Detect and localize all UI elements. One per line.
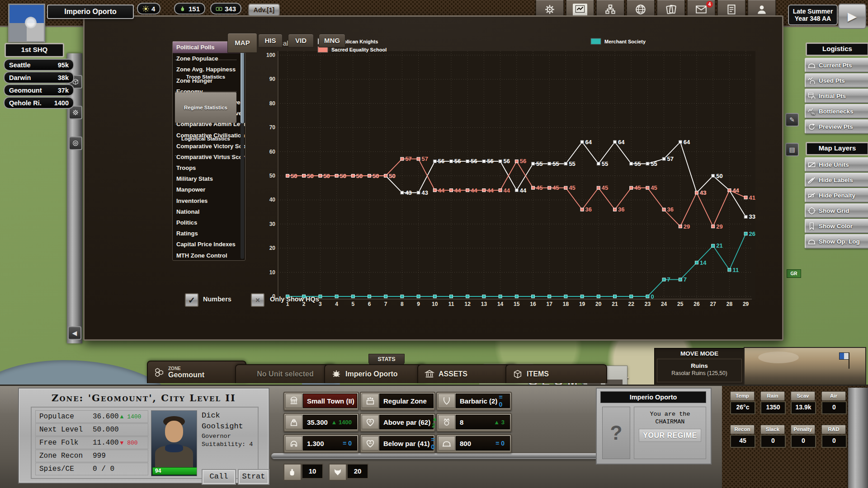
adv-button[interactable]: Adv.[1]	[248, 4, 280, 16]
list-item[interactable]: National	[173, 206, 245, 217]
sidebar-button-hide-labels[interactable]: Hide Labels	[805, 173, 868, 187]
checkbox-only-show-hqs[interactable]: ✕	[251, 293, 264, 307]
city-pop: 1400	[54, 99, 69, 107]
svg-text:50: 50	[269, 173, 276, 179]
city-row-geomount[interactable]: Geomount37k	[4, 84, 74, 96]
resource-value: 343	[225, 5, 236, 13]
stat-category-3[interactable]: Logistical Statistics	[175, 134, 236, 143]
svg-text:29: 29	[743, 301, 749, 307]
bottom-tab-no-unit-selected[interactable]: No Unit selected	[235, 364, 335, 383]
sidebar-button-preview-pts[interactable]: Preview Pts	[805, 119, 868, 134]
edit-map-button[interactable]: ✎	[785, 113, 799, 127]
list-item[interactable]: Zone Populace	[173, 53, 245, 64]
your-regime-button[interactable]: YOUR REGIME	[639, 429, 701, 442]
sidebar-button-bottlenecks[interactable]: %Bottlenecks	[805, 104, 868, 118]
sidebar-button-label: Show Color	[819, 223, 853, 230]
list-item[interactable]: Troops	[173, 163, 245, 174]
stat-box-r3c2: Below par (41)= 0	[360, 434, 435, 453]
strat-button[interactable]: Strat	[238, 469, 269, 485]
stats-bottom-tab[interactable]: STATS	[368, 354, 405, 365]
regime-flag[interactable]	[8, 4, 45, 42]
sidebar-button-hide-units[interactable]: Hide Units	[805, 157, 868, 172]
svg-text:45: 45	[602, 184, 608, 191]
city-name: Qehole Ri.	[9, 99, 42, 107]
sidebar-button-show-color[interactable]: Show Color	[805, 219, 868, 233]
env-value-recon: 45	[730, 435, 755, 448]
city-row-darwin[interactable]: Darwin38k	[4, 71, 74, 84]
list-scrollbar[interactable]	[241, 43, 244, 259]
fist-icon	[179, 5, 186, 12]
stat-box-icon-plate	[285, 436, 302, 450]
list-item[interactable]: MTH Zone Control	[173, 250, 245, 261]
zone-row-label: Spies/CE	[36, 465, 93, 473]
svg-text:36: 36	[585, 206, 592, 213]
gear-icon	[544, 4, 556, 15]
governor-portrait[interactable]: 94	[151, 410, 197, 476]
panel-tab-his[interactable]: HIS	[258, 34, 283, 47]
stat-box-value: 35.300	[307, 418, 330, 426]
svg-text:16: 16	[530, 301, 536, 307]
stat-box-delta: = 0	[341, 440, 353, 447]
list-item[interactable]: Comparative Virtus Score	[173, 152, 245, 163]
document-icon	[726, 4, 737, 15]
svg-text:20: 20	[269, 245, 276, 251]
call-button[interactable]: Call	[202, 469, 236, 485]
zone-row-label: Zone Recon	[36, 452, 93, 460]
notes-button[interactable]: ▤	[785, 143, 799, 156]
bottom-tab-geomount[interactable]: ZONEGeomount	[147, 361, 246, 383]
token-icon-plate	[329, 464, 347, 481]
svg-text:45: 45	[552, 184, 559, 191]
bottom-tab-imperio-oporto[interactable]: Imperio Oporto	[324, 364, 426, 383]
svg-text:50: 50	[340, 173, 346, 179]
list-item[interactable]: Manpower	[173, 184, 245, 195]
sidebar-button-hide-penalty[interactable]: Hide Penalty	[805, 188, 868, 202]
stat-category-1[interactable]: Troop Statistics	[175, 72, 236, 81]
notification-badge: 4	[706, 1, 713, 8]
panel-tab-vid[interactable]: VID	[288, 34, 314, 47]
scroll-left-button[interactable]: ◀	[68, 326, 81, 340]
panel-tab-map[interactable]: MAP	[227, 33, 257, 53]
list-item[interactable]: Politics	[173, 217, 245, 228]
env-label-recon: Recon	[730, 425, 755, 434]
delta-up: ▲ 1400	[119, 413, 143, 420]
city-row-qeholeri[interactable]: Qehole Ri.1400	[4, 97, 74, 109]
stat-category-2[interactable]: Regime Statistics	[175, 92, 236, 123]
right-machinery	[848, 388, 868, 488]
stat-box-value: Above par (62)	[383, 418, 430, 426]
sidebar-button-current-pts[interactable]: Current Pts	[805, 58, 868, 72]
sidebar-button-show-op--log[interactable]: Show Op. Log	[805, 234, 868, 249]
env-label-temp: Temp	[730, 391, 755, 401]
city-pop: 38k	[58, 74, 69, 81]
sidebar-button-initial-pts[interactable]: Initial Pts	[805, 89, 868, 103]
orgchart-icon	[604, 4, 616, 15]
city-row-seattle[interactable]: Seattle95k	[4, 59, 74, 71]
svg-text:50: 50	[323, 173, 330, 179]
checkbox-numbers[interactable]: ✓	[185, 293, 198, 307]
portrait-head	[165, 421, 183, 442]
scrollbar-thumb[interactable]	[241, 43, 244, 123]
sidebar-button-used-pts[interactable]: Used Pts	[805, 73, 868, 88]
svg-text:44: 44	[454, 187, 461, 194]
svg-text:7: 7	[684, 276, 687, 283]
rail-target-button[interactable]	[69, 136, 82, 150]
zone-row-free-folk: Free Folk11.400▼ 800	[35, 436, 148, 449]
zone-row-spies-ce: Spies/CE0 / 0	[35, 463, 148, 475]
stat-box-value-plate: 800= 0	[456, 436, 510, 450]
svg-text:36: 36	[667, 206, 674, 213]
sidebar-button-show-grid[interactable]: Show Grid	[805, 203, 868, 218]
hex-terrain: Ruins	[657, 359, 741, 369]
bottom-tab-items[interactable]: ITEMS	[505, 364, 607, 383]
list-item[interactable]: Military Stats	[173, 174, 245, 184]
hideunit-icon	[807, 160, 816, 169]
list-item[interactable]: Inventories	[173, 196, 245, 206]
list-item[interactable]: Capital Price Indexes	[173, 239, 245, 250]
end-turn-button[interactable]: ▶	[838, 4, 866, 29]
panel-tab-mng[interactable]: MNG	[319, 34, 345, 47]
heartsad-icon	[365, 438, 375, 448]
shq-header[interactable]: 1st SHQ	[5, 43, 64, 57]
svg-text:43: 43	[700, 189, 706, 196]
bottom-tab-assets[interactable]: ASSETS	[417, 364, 517, 383]
list-item[interactable]: Ratings	[173, 228, 245, 239]
svg-text:45: 45	[536, 184, 542, 191]
resource-fist: 151	[174, 3, 205, 14]
